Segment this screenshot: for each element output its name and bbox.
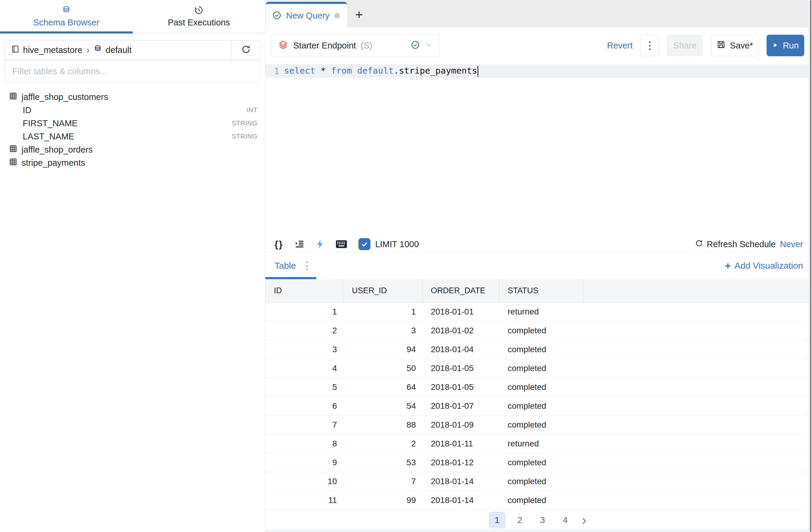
query-toolbar: Starter Endpoint (S) Revert <box>265 28 812 64</box>
limit-label: LIMIT 1000 <box>375 239 419 249</box>
format-query-icon[interactable]: {} <box>274 239 283 250</box>
tab-new-query[interactable]: New Query <box>266 2 347 28</box>
page-button-4[interactable]: 4 <box>557 512 574 528</box>
table-item-stripe-payments[interactable]: stripe_payments <box>0 156 265 169</box>
query-tabstrip: New Query + <box>265 0 812 28</box>
more-actions-button[interactable] <box>640 35 659 56</box>
sql-code-line[interactable]: select * from default.stripe_payments <box>284 66 478 76</box>
keyboard-shortcuts-icon[interactable] <box>336 240 347 249</box>
app-window: Schema Browser Past Executions hive_met <box>0 0 812 532</box>
column-item[interactable]: FIRST_NAME STRING <box>0 117 265 130</box>
limit-checkbox[interactable] <box>359 238 371 250</box>
column-name: LAST_NAME <box>23 132 74 141</box>
table-name: jaffle_shop_customers <box>21 92 108 102</box>
save-button[interactable]: Save* <box>711 35 759 56</box>
breadcrumb-separator: › <box>86 45 90 55</box>
breadcrumb[interactable]: hive_metastore › default <box>5 40 231 59</box>
table-name: stripe_payments <box>21 158 85 168</box>
endpoint-name: Starter Endpoint <box>293 41 356 51</box>
schema-breadcrumb-box: hive_metastore › default <box>5 40 260 60</box>
table-row[interactable]: 788 2018-01-09completed <box>265 416 812 434</box>
tab-past-executions[interactable]: Past Executions <box>133 0 265 33</box>
line-number: 1 <box>265 66 284 76</box>
table-item-jaffle-shop-orders[interactable]: jaffle_shop_orders <box>0 143 265 156</box>
results-tab-label[interactable]: Table <box>274 261 296 271</box>
page-button-3[interactable]: 3 <box>534 512 551 528</box>
column-header-id[interactable]: ID <box>265 279 344 302</box>
endpoint-size: (S) <box>361 41 373 51</box>
results-tab-table[interactable]: Table <box>274 252 308 279</box>
results-header-bar: Table + Add Visualization <box>265 252 812 279</box>
column-type: INT <box>246 106 257 114</box>
refresh-schedule-value[interactable]: Never <box>780 239 803 249</box>
unsaved-changes-dot <box>334 13 340 18</box>
breadcrumb-schema[interactable]: default <box>105 45 132 55</box>
catalog-icon <box>11 45 19 55</box>
table-item-jaffle-shop-customers[interactable]: jaffle_shop_customers <box>0 90 265 103</box>
add-visualization-button[interactable]: + Add Visualization <box>725 260 803 272</box>
table-row[interactable]: 654 2018-01-07completed <box>265 397 812 416</box>
column-item[interactable]: LAST_NAME STRING <box>0 130 265 143</box>
save-button-label: Save* <box>730 41 753 51</box>
play-icon <box>772 41 779 51</box>
next-page-button[interactable]: › <box>580 514 589 527</box>
query-tab-label: New Query <box>286 11 330 20</box>
table-row[interactable]: 394 2018-01-04completed <box>265 340 812 359</box>
column-header-status[interactable]: STATUS <box>499 279 583 302</box>
query-actions: Revert Share Save* <box>607 35 804 56</box>
tab-schema-browser[interactable]: Schema Browser <box>0 0 133 33</box>
indent-icon[interactable] <box>294 239 305 249</box>
text-cursor <box>477 66 478 76</box>
sidebar-tab-label: Schema Browser <box>33 18 99 28</box>
endpoint-layers-icon <box>278 40 289 52</box>
history-clock-icon <box>194 6 203 15</box>
plus-icon: + <box>725 260 731 272</box>
editor-footer-toolbar: {} <box>265 236 812 252</box>
add-query-tab-button[interactable]: + <box>347 2 371 28</box>
table-row[interactable]: 107 2018-01-14completed <box>265 472 812 491</box>
refresh-schedule-label-group: Refresh Schedule <box>695 239 776 250</box>
column-header-order-date[interactable]: ORDER_DATE <box>422 279 499 302</box>
refresh-icon <box>241 45 251 55</box>
results-table: ID USER_ID ORDER_DATE STATUS 11 2018-01-… <box>265 279 812 510</box>
column-name: FIRST_NAME <box>23 118 78 128</box>
share-button[interactable]: Share <box>667 35 703 56</box>
page-button-2[interactable]: 2 <box>511 512 528 528</box>
run-button[interactable]: Run <box>767 35 804 56</box>
column-item[interactable]: ID INT <box>0 103 265 117</box>
sql-editor[interactable]: 1 select * from default.stripe_payments <box>265 64 812 236</box>
limit-1000-toggle[interactable]: LIMIT 1000 <box>359 238 419 250</box>
table-row[interactable]: 82 2018-01-11returned <box>265 434 812 453</box>
table-row[interactable]: 450 2018-01-05completed <box>265 359 812 378</box>
run-button-label: Run <box>783 41 799 51</box>
column-header-empty <box>583 279 812 302</box>
table-name: jaffle_shop_orders <box>21 145 93 155</box>
endpoint-status-check-icon <box>411 40 420 51</box>
table-row[interactable]: 564 2018-01-05completed <box>265 378 812 397</box>
results-table-header: ID USER_ID ORDER_DATE STATUS <box>265 279 812 303</box>
table-tab-kebab-icon[interactable] <box>306 262 308 270</box>
vertical-scrollbar[interactable] <box>808 0 812 532</box>
column-header-user-id[interactable]: USER_ID <box>344 279 422 302</box>
horizontal-scrollbar-track[interactable] <box>265 529 812 532</box>
table-grid-icon <box>9 158 17 168</box>
chevron-down-icon <box>424 41 433 50</box>
scrollbar-thumb[interactable] <box>810 0 811 532</box>
refresh-schedule: Refresh Schedule Never <box>695 239 803 250</box>
table-row[interactable]: 23 2018-01-02completed <box>265 321 812 340</box>
endpoint-selector[interactable]: Starter Endpoint (S) <box>271 34 440 57</box>
revert-button[interactable]: Revert <box>607 41 633 51</box>
schema-tree: jaffle_shop_customers ID INT FIRST_NAME … <box>0 90 265 169</box>
page-button-1[interactable]: 1 <box>489 512 506 528</box>
refresh-schema-button[interactable] <box>231 40 260 59</box>
sidebar-tab-label: Past Executions <box>168 18 230 28</box>
table-row[interactable]: 1199 2018-01-14completed <box>265 491 812 510</box>
table-grid-icon <box>9 92 17 102</box>
lightning-icon[interactable] <box>316 239 324 249</box>
table-row[interactable]: 953 2018-01-12completed <box>265 453 812 472</box>
breadcrumb-catalog[interactable]: hive_metastore <box>23 45 82 55</box>
save-floppy-icon <box>716 40 726 51</box>
column-name: ID <box>23 105 31 115</box>
table-row[interactable]: 11 2018-01-01returned <box>265 303 812 321</box>
filter-tables-input[interactable] <box>5 60 260 82</box>
